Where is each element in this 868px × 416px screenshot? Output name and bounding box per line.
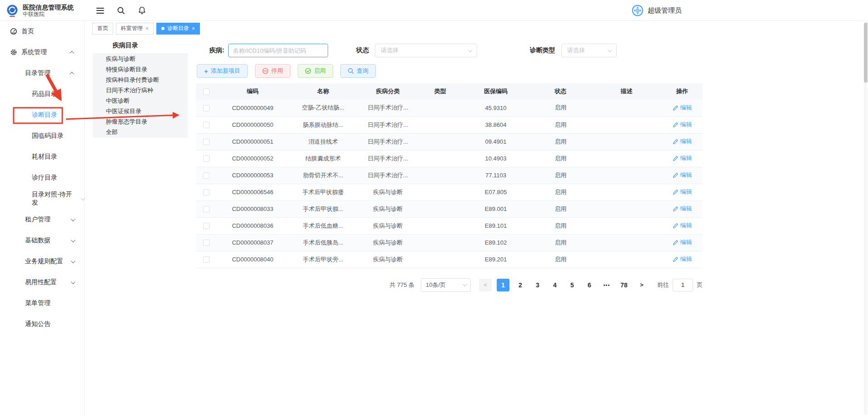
row-checkbox[interactable] [203, 223, 210, 229]
disable-button[interactable]: 停用 [255, 64, 290, 78]
edit-button[interactable]: 编辑 [673, 171, 692, 179]
chevron-down-icon [608, 48, 612, 52]
row-checkbox[interactable] [203, 189, 210, 195]
page-number-button[interactable]: 6 [583, 279, 596, 291]
sidebar-item-notice[interactable]: 通知公告 [0, 314, 84, 335]
enable-button[interactable]: 启用 [298, 64, 333, 78]
row-checkbox[interactable] [203, 256, 210, 263]
close-icon[interactable]: × [192, 26, 195, 31]
disease-catalog-item[interactable]: 肿瘤形态学目录 [93, 116, 188, 127]
next-page-button[interactable]: > [635, 279, 648, 291]
disease-catalog-item[interactable]: 特慢病诊断目录 [93, 64, 188, 75]
diagnosis-table: 编码 名称 疾病分类 类型 医保编码 状态 描述 操作 CD0000000049… [196, 83, 703, 268]
sidebar-item-home[interactable]: 首页 [0, 21, 84, 42]
edit-button[interactable]: 编辑 [673, 205, 692, 213]
scrollbar-track[interactable] [864, 21, 868, 415]
cell-insurance-code: E07.805 [462, 184, 530, 200]
cell-type [419, 234, 462, 251]
row-checkbox[interactable] [203, 240, 210, 246]
tab-home[interactable]: 首页 [92, 23, 113, 35]
sidebar-item-basic-data[interactable]: 基础数据 [0, 230, 84, 251]
disease-catalog-item[interactable]: 按病种目录付费诊断 [93, 75, 188, 85]
cell-insurance-code: E89.201 [462, 251, 530, 268]
close-icon[interactable]: × [145, 26, 149, 31]
sidebar-item-catalog-mapping[interactable]: 目录对照-待开发 [0, 188, 84, 209]
chevron-down-icon [71, 238, 75, 242]
scrollbar-thumb[interactable] [864, 23, 868, 83]
sidebar-item-drug-catalog[interactable]: 药品目录 [0, 84, 84, 105]
table-row: CD0000008033 手术后甲状腺... 疾病与诊断 E89.001 启用 … [196, 200, 703, 217]
avatar-icon [632, 5, 644, 16]
tab-label: 首页 [97, 25, 108, 32]
cell-name: 肋骨切开术不... [289, 167, 357, 184]
edit-link-label: 编辑 [680, 255, 692, 263]
edit-button[interactable]: 编辑 [673, 137, 692, 145]
page-number-button[interactable]: 1 [497, 279, 509, 291]
cell-category: 日间手术治疗... [357, 116, 419, 133]
sidebar-item-consumables-catalog[interactable]: 耗材目录 [0, 146, 84, 167]
enable-label: 启用 [314, 67, 326, 75]
sidebar-item-menu-management[interactable]: 菜单管理 [0, 293, 84, 314]
edit-button[interactable]: 编辑 [673, 221, 692, 230]
user-menu[interactable]: 超级管理员 [632, 0, 682, 21]
row-checkbox[interactable] [203, 139, 210, 145]
edit-button[interactable]: 编辑 [673, 255, 692, 263]
row-checkbox[interactable] [203, 122, 210, 128]
sidebar-item-business-rules[interactable]: 业务规则配置 [0, 251, 84, 272]
disease-catalog-item[interactable]: 日间手术治疗病种 [93, 85, 188, 95]
page-number-button[interactable]: 3 [531, 279, 544, 291]
row-checkbox[interactable] [203, 206, 210, 212]
disease-catalog-item[interactable]: 中医诊断 [93, 95, 188, 106]
cell-insurance-code: 10.4903 [462, 150, 530, 167]
cell-name: 手术后低血糖... [289, 217, 357, 234]
disease-catalog-item[interactable]: 全部 [93, 127, 188, 137]
search-icon[interactable] [116, 6, 125, 15]
row-checkbox[interactable] [203, 105, 210, 111]
cell-category: 疾病与诊断 [357, 217, 419, 234]
edit-button[interactable]: 编辑 [673, 188, 692, 196]
sidebar-item-tenant-management[interactable]: 租户管理 [0, 209, 84, 230]
edit-button[interactable]: 编辑 [673, 120, 692, 129]
select-all-checkbox[interactable] [203, 89, 210, 95]
row-checkbox[interactable] [203, 155, 210, 162]
row-checkbox[interactable] [203, 172, 210, 179]
sidebar-item-national-code-catalog[interactable]: 国临码目录 [0, 125, 84, 146]
edit-button[interactable]: 编辑 [673, 154, 692, 162]
tab-diagnosis-catalog[interactable]: 诊断目录 × [156, 23, 200, 35]
query-button[interactable]: 查询 [340, 64, 376, 78]
page-number-button[interactable]: ••• [600, 279, 613, 291]
page-number-button[interactable]: 78 [618, 279, 630, 291]
table-header-row: 编码 名称 疾病分类 类型 医保编码 状态 描述 操作 [196, 83, 703, 100]
sidebar-item-system-management[interactable]: 系统管理 [0, 42, 84, 63]
disease-filter-label: 疾病: [210, 46, 224, 55]
cell-name: 空肠-乙状结肠... [289, 100, 357, 116]
edit-button[interactable]: 编辑 [673, 238, 692, 246]
page-size-select[interactable]: 10条/页 [421, 278, 471, 292]
table-row: CD0000008036 手术后低血糖... 疾病与诊断 E89.101 启用 … [196, 217, 703, 234]
goto-page-input[interactable] [673, 279, 693, 291]
edit-button[interactable]: 编辑 [673, 104, 692, 112]
status-select[interactable]: 请选择 [375, 44, 477, 57]
menu-collapse-icon[interactable] [95, 6, 105, 15]
bell-icon[interactable] [137, 6, 146, 15]
cell-type [419, 251, 462, 268]
page-number-button[interactable]: 4 [549, 279, 561, 291]
sidebar-item-catalog-management[interactable]: 目录管理 [0, 63, 84, 84]
page-number-button[interactable]: 2 [514, 279, 527, 291]
brand-text: 医院信息管理系统 中联医院 [23, 4, 74, 17]
sidebar-item-diagnosis-catalog[interactable]: 诊断目录 [0, 105, 84, 125]
add-item-button[interactable]: + 添加新项目 [197, 64, 248, 78]
cell-description [591, 150, 662, 167]
disease-catalog-item[interactable]: 疾病与诊断 [93, 54, 188, 64]
prev-page-button[interactable]: < [479, 279, 492, 291]
disease-catalog-item[interactable]: 中医证候目录 [93, 106, 188, 116]
page-number-button[interactable]: 5 [566, 279, 579, 291]
sidebar-item-treatment-catalog[interactable]: 诊疗目录 [0, 167, 84, 188]
cell-category: 疾病与诊断 [357, 251, 419, 268]
sidebar-item-usability-config[interactable]: 易用性配置 [0, 272, 84, 293]
disease-search-input[interactable] [228, 44, 328, 57]
cell-category: 日间手术治疗... [357, 133, 419, 150]
table-row: CD0000000053 肋骨切开术不... 日间手术治疗... 77.1103… [196, 167, 703, 184]
tab-department-management[interactable]: 科室管理 × [116, 23, 154, 35]
diagnosis-type-select[interactable]: 请选择 [561, 44, 617, 57]
